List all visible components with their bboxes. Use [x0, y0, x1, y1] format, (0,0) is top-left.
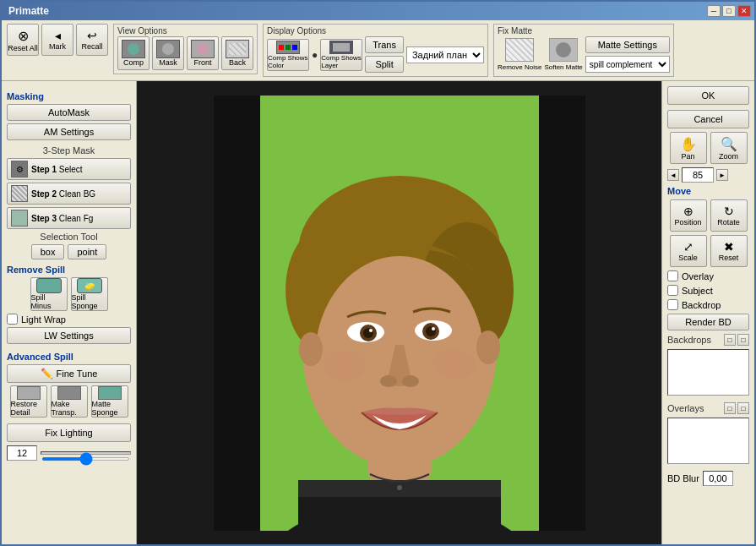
bd-blur-label: BD Blur	[667, 473, 699, 483]
spill-minus-button[interactable]: Spill Minus	[30, 277, 68, 311]
reset-button[interactable]: ✖ Reset	[710, 235, 748, 267]
subject-label: Subject	[682, 286, 713, 296]
soften-matte-group: Soften Matte	[544, 38, 582, 71]
comp-shows-color-button[interactable]: Comp Shows Color	[267, 39, 309, 71]
svg-point-15	[369, 329, 373, 332]
comp-view-button[interactable]: Comp	[117, 36, 150, 70]
trans-split-group: Trans Split	[365, 36, 404, 73]
spill-dropdown[interactable]: spill complement	[585, 56, 670, 73]
split-button[interactable]: Split	[365, 56, 404, 73]
slider-container	[41, 445, 131, 461]
scale-button[interactable]: ⤢ Scale	[670, 235, 707, 267]
step3-button[interactable]: Step 3 Clean Fg	[7, 207, 131, 229]
render-bd-button[interactable]: Render BD	[667, 314, 749, 330]
recall-button[interactable]: ↩ Recall	[76, 24, 108, 56]
position-button[interactable]: ⊕ Position	[670, 199, 707, 232]
bd-blur-input[interactable]	[703, 471, 733, 486]
main-window: Primatte ─ □ ✕ ⊗ Reset All ◂ Mark ↩	[0, 0, 756, 546]
reset-all-button[interactable]: ⊗ Reset All	[7, 24, 39, 56]
backdrops-header: Backdrops □ □	[667, 334, 749, 346]
main-tools: ⊗ Reset All ◂ Mark ↩ Recall	[7, 24, 108, 56]
rotate-button[interactable]: ↻ Rotate	[710, 199, 748, 232]
overlay-label: Overlay	[682, 271, 714, 281]
main-content: ⊗ Reset All ◂ Mark ↩ Recall View Options	[2, 20, 754, 544]
make-transp-button[interactable]: Make Transp.	[51, 385, 88, 418]
backdrops-label: Backdrops	[667, 335, 711, 345]
spill-sponge-button[interactable]: 🧽 Spill Sponge	[71, 277, 108, 311]
left-panel: Masking AutoMask AM Settings 3-Step Mask…	[2, 81, 137, 544]
subject-checkbox[interactable]	[667, 285, 678, 296]
advanced-spill-header: Advanced Spill	[7, 352, 131, 362]
svg-point-21	[402, 375, 419, 387]
title-buttons: ─ □ ✕	[707, 5, 751, 17]
restore-detail-button[interactable]: Restore Detail	[10, 385, 47, 418]
num-input[interactable]	[7, 445, 37, 461]
remove-noise-group: Remove Noise	[498, 38, 541, 71]
overlays-add-button[interactable]: □	[724, 402, 736, 414]
move-label: Move	[667, 186, 749, 196]
svg-rect-1	[539, 96, 585, 531]
light-wrap-label: Light Wrap	[21, 314, 66, 325]
matte-sponge-button[interactable]: Matte Sponge	[91, 385, 128, 418]
display-options-section: Display Options Comp Shows Color ● Comp …	[263, 24, 488, 77]
ok-button[interactable]: OK	[667, 86, 749, 105]
minimize-button[interactable]: ─	[707, 5, 721, 17]
trans-button[interactable]: Trans	[365, 36, 404, 53]
backdrops-add-button[interactable]: □	[724, 334, 736, 346]
display-options-label: Display Options	[267, 26, 326, 35]
fine-tune-button[interactable]: ✏️Fine Tune	[7, 364, 131, 383]
cancel-button[interactable]: Cancel	[667, 110, 749, 128]
top-toolbar: ⊗ Reset All ◂ Mark ↩ Recall View Options	[2, 20, 754, 81]
matte-settings-button[interactable]: Matte Settings	[585, 36, 670, 53]
svg-point-25	[476, 330, 500, 364]
svg-point-23	[433, 349, 476, 379]
step1-button[interactable]: ⚙ Step 1 Select	[7, 158, 131, 180]
fix-lighting-button[interactable]: Fix Lighting	[7, 423, 131, 442]
backdrop-checkbox[interactable]	[667, 299, 678, 310]
zoom-button[interactable]: 🔍 Zoom	[710, 132, 748, 164]
masking-header: Masking	[7, 91, 131, 101]
auto-mask-button[interactable]: AutoMask	[7, 104, 131, 121]
backdrops-remove-button[interactable]: □	[737, 334, 749, 346]
mask-view-button[interactable]: Mask	[152, 36, 184, 70]
svg-point-22	[324, 351, 366, 381]
backdrop-row: Backdrop	[667, 299, 749, 310]
view-options-label: View Options	[117, 26, 167, 35]
close-button[interactable]: ✕	[737, 5, 751, 17]
light-wrap-row: Light Wrap	[7, 314, 131, 325]
three-step-label: 3-Step Mask	[7, 145, 131, 156]
remove-spill-header: Remove Spill	[7, 265, 131, 275]
point-button[interactable]: point	[68, 244, 106, 259]
overlay-checkbox[interactable]	[667, 270, 678, 281]
back-view-button[interactable]: Back	[221, 36, 253, 70]
dropdown-group: Задний план	[406, 46, 484, 63]
portrait-svg	[214, 96, 585, 531]
svg-point-19	[432, 327, 435, 330]
zoom-out-button[interactable]: ◄	[667, 169, 679, 181]
bottom-tools-row: Restore Detail Make Transp. Matte Sponge	[7, 385, 131, 418]
lw-settings-button[interactable]: LW Settings	[7, 327, 131, 344]
step2-button[interactable]: Step 2 Clean BG	[7, 183, 131, 205]
overlays-remove-button[interactable]: □	[737, 402, 749, 414]
zoom-level-row: ◄ ►	[667, 167, 749, 183]
zoom-input[interactable]	[682, 167, 714, 183]
am-settings-button[interactable]: AM Settings	[7, 123, 131, 140]
mark-button[interactable]: ◂ Mark	[41, 24, 73, 56]
lighting-slider[interactable]	[41, 457, 130, 461]
pan-button[interactable]: ✋ Pan	[670, 132, 707, 164]
selection-row: box point	[7, 244, 131, 259]
maximize-button[interactable]: □	[722, 5, 736, 17]
box-button[interactable]: box	[31, 244, 65, 259]
matte-settings-group: Matte Settings spill complement	[585, 36, 670, 73]
window-title: Primatte	[5, 5, 49, 17]
selection-tool-label: Selection Tool	[7, 232, 131, 242]
scale-reset-row: ⤢ Scale ✖ Reset	[667, 235, 749, 267]
zoom-in-button[interactable]: ►	[716, 169, 728, 181]
light-wrap-checkbox[interactable]	[7, 314, 18, 325]
backdrops-buttons: □ □	[724, 334, 749, 346]
overlays-buttons: □ □	[724, 402, 749, 414]
front-view-button[interactable]: Front	[187, 36, 219, 70]
display-dropdown[interactable]: Задний план	[406, 46, 484, 63]
image-area	[137, 81, 661, 544]
comp-shows-layer-button[interactable]: Comp Shows Layer	[320, 39, 362, 71]
